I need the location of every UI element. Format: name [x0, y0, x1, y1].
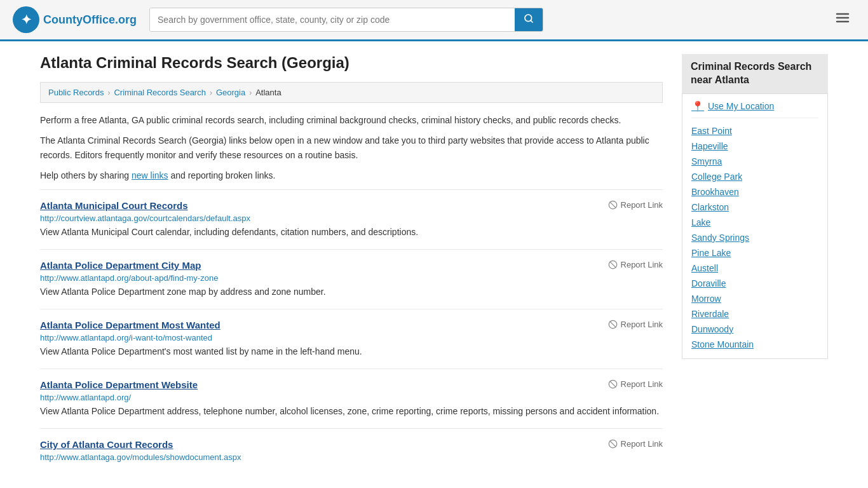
sidebar-city-link[interactable]: Pine Lake: [691, 245, 818, 261]
use-location-button[interactable]: 📍 Use My Location: [691, 100, 818, 118]
page-title: Atlanta Criminal Records Search (Georgia…: [40, 54, 663, 72]
sidebar-city-link[interactable]: Morrow: [691, 291, 818, 306]
report-icon: [608, 439, 618, 449]
report-icon: [608, 260, 618, 269]
svg-line-8: [610, 262, 616, 268]
result-desc-3: View Atlanta Police Department address, …: [40, 405, 663, 418]
logo-icon: ✦: [13, 6, 39, 33]
sidebar-city-link[interactable]: Austell: [691, 261, 818, 276]
breadcrumb-sep-3: ›: [249, 88, 252, 97]
result-url-2[interactable]: http://www.atlantapd.org/i-want-to/most-…: [40, 333, 663, 342]
location-pin-icon: 📍: [691, 100, 704, 112]
sidebar-city-link[interactable]: Doraville: [691, 276, 818, 291]
content-area: Atlanta Criminal Records Search (Georgia…: [40, 54, 663, 475]
sidebar-city-link[interactable]: Lake: [691, 215, 818, 230]
breadcrumb-georgia[interactable]: Georgia: [216, 88, 245, 97]
result-item: Atlanta Police Department Website Report…: [40, 369, 663, 428]
menu-icon[interactable]: [830, 8, 855, 32]
sidebar-title: Criminal Records Search near Atlanta: [682, 54, 828, 93]
breadcrumb: Public Records › Criminal Records Search…: [40, 82, 663, 103]
svg-line-14: [610, 441, 616, 447]
result-item: Atlanta Police Department Most Wanted Re…: [40, 309, 663, 369]
result-title-1[interactable]: Atlanta Police Department City Map: [40, 260, 201, 271]
sidebar-city-link[interactable]: Riverdale: [691, 306, 818, 322]
result-desc-0: View Atlanta Municipal Court calendar, i…: [40, 226, 663, 239]
sidebar-city-link[interactable]: College Park: [691, 169, 818, 184]
sidebar-city-link[interactable]: Stone Mountain: [691, 337, 818, 352]
result-url-0[interactable]: http://courtview.atlantaga.gov/courtcale…: [40, 214, 663, 223]
sidebar-city-link[interactable]: Dunwoody: [691, 322, 818, 337]
report-icon: [608, 200, 618, 210]
result-url-3[interactable]: http://www.atlantapd.org/: [40, 393, 663, 402]
logo-text: CountyOffice.org: [43, 13, 137, 27]
report-link-0[interactable]: Report Link: [608, 200, 663, 210]
result-title-2[interactable]: Atlanta Police Department Most Wanted: [40, 320, 220, 330]
result-item: City of Atlanta Court Records Report Lin…: [40, 428, 663, 475]
result-item: Atlanta Police Department City Map Repor…: [40, 249, 663, 309]
sidebar-content: 📍 Use My Location East PointHapevilleSmy…: [682, 93, 828, 359]
result-title-0[interactable]: Atlanta Municipal Court Records: [40, 200, 188, 211]
result-item: Atlanta Municipal Court Records Report L…: [40, 189, 663, 249]
result-url-4[interactable]: http://www.atlantaga.gov/modules/showdoc…: [40, 452, 663, 462]
report-link-3[interactable]: Report Link: [608, 379, 663, 389]
breadcrumb-sep-1: ›: [107, 88, 110, 97]
report-link-2[interactable]: Report Link: [608, 320, 663, 329]
result-desc-1: View Atlanta Police Department zone map …: [40, 285, 663, 299]
description-2: The Atlanta Criminal Records Search (Geo…: [40, 133, 663, 162]
sidebar-city-link[interactable]: Brookhaven: [691, 184, 818, 200]
report-icon: [608, 320, 618, 329]
svg-line-1: [531, 20, 532, 22]
site-header: ✦ CountyOffice.org: [0, 0, 868, 41]
search-button[interactable]: [515, 8, 543, 31]
svg-line-6: [610, 202, 616, 208]
svg-line-12: [610, 381, 616, 387]
new-links-link[interactable]: new links: [132, 170, 168, 180]
result-title-3[interactable]: Atlanta Police Department Website: [40, 379, 198, 390]
sidebar-city-link[interactable]: East Point: [691, 123, 818, 139]
breadcrumb-current: Atlanta: [255, 88, 281, 97]
search-bar: [149, 8, 543, 32]
sidebar-cities: East PointHapevilleSmyrnaCollege ParkBro…: [691, 123, 818, 352]
results-list: Atlanta Municipal Court Records Report L…: [40, 189, 663, 475]
sidebar-city-link[interactable]: Sandy Springs: [691, 230, 818, 245]
result-desc-2: View Atlanta Police Department's most wa…: [40, 345, 663, 358]
sidebar-city-link[interactable]: Smyrna: [691, 154, 818, 169]
breadcrumb-public-records[interactable]: Public Records: [48, 88, 104, 97]
sidebar-city-link[interactable]: Clarkston: [691, 200, 818, 215]
search-input[interactable]: [150, 8, 515, 31]
report-icon: [608, 379, 618, 389]
sidebar: Criminal Records Search near Atlanta 📍 U…: [682, 54, 828, 475]
report-link-4[interactable]: Report Link: [608, 439, 663, 449]
search-icon: [524, 13, 534, 24]
svg-line-10: [610, 322, 616, 327]
logo-link[interactable]: ✦ CountyOffice.org: [13, 6, 137, 33]
report-link-1[interactable]: Report Link: [608, 260, 663, 269]
breadcrumb-sep-2: ›: [210, 88, 212, 97]
description-3: Help others by sharing new links and rep…: [40, 168, 663, 182]
result-title-4[interactable]: City of Atlanta Court Records: [40, 439, 173, 450]
sidebar-city-link[interactable]: Hapeville: [691, 139, 818, 154]
breadcrumb-criminal-records[interactable]: Criminal Records Search: [114, 88, 206, 97]
main-container: Atlanta Criminal Records Search (Georgia…: [21, 41, 847, 487]
description-1: Perform a free Atlanta, GA public crimin…: [40, 113, 663, 127]
result-url-1[interactable]: http://www.atlantapd.org/about-apd/find-…: [40, 273, 663, 283]
